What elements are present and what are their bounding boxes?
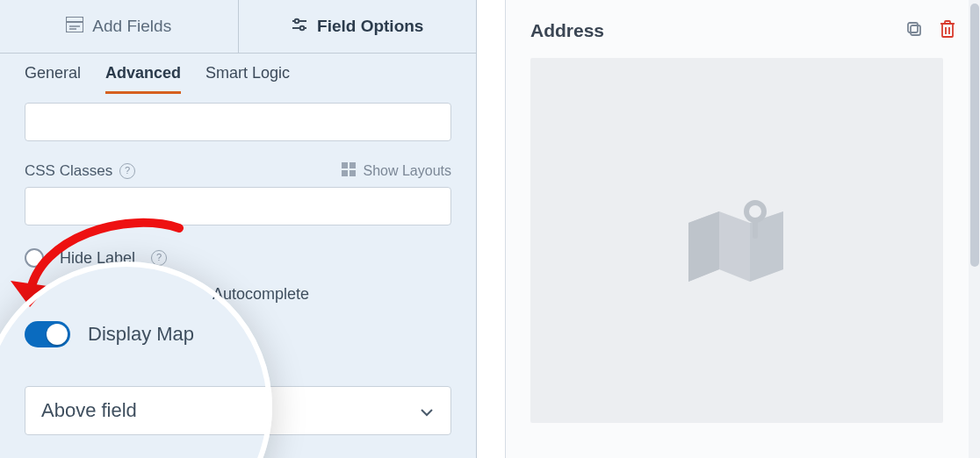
tab-add-fields-label: Add Fields — [92, 17, 171, 36]
hide-label-row: Hide Label ? — [25, 248, 451, 268]
svg-point-7 — [300, 25, 305, 30]
help-icon[interactable]: ? — [151, 250, 167, 266]
map-icon — [680, 183, 794, 297]
display-map-label: Display Map — [88, 323, 194, 346]
map-position-value: Above field — [41, 399, 137, 422]
sliders-icon — [291, 17, 308, 37]
sub-tab-general[interactable]: General — [25, 64, 81, 94]
show-layouts-label: Show Layouts — [363, 163, 451, 179]
svg-rect-11 — [349, 170, 356, 176]
sub-tab-smart-logic[interactable]: Smart Logic — [205, 64, 290, 94]
svg-rect-8 — [342, 162, 348, 168]
form-icon — [66, 17, 83, 37]
scrollbar-thumb[interactable] — [970, 4, 979, 267]
duplicate-icon[interactable] — [905, 20, 923, 41]
sub-tabs: General Advanced Smart Logic — [0, 54, 476, 94]
svg-rect-15 — [942, 24, 953, 37]
help-icon[interactable]: ? — [119, 163, 135, 179]
svg-rect-14 — [908, 23, 918, 32]
display-map-toggle[interactable] — [25, 321, 70, 347]
chevron-down-icon — [419, 403, 435, 419]
display-map-row: Display Map — [25, 321, 451, 347]
primary-tabs: Add Fields Field Options — [0, 0, 476, 54]
css-classes-label: CSS Classes — [25, 162, 112, 180]
advanced-panel: CSS Classes ? Show Layouts Hide Label ? … — [0, 94, 476, 435]
tab-add-fields[interactable]: Add Fields — [0, 0, 238, 53]
field-options-sidebar: Add Fields Field Options General Advance… — [0, 0, 477, 458]
svg-rect-13 — [911, 25, 920, 35]
hide-label-text: Hide Label — [60, 249, 135, 268]
show-layouts-button[interactable]: Show Layouts — [342, 162, 451, 180]
autocomplete-label-fragment: Autocomplete — [25, 285, 451, 304]
tab-field-options[interactable]: Field Options — [238, 0, 477, 53]
field-title: Address — [530, 20, 604, 41]
css-classes-input[interactable] — [25, 187, 451, 225]
delete-icon[interactable] — [939, 19, 956, 42]
svg-rect-0 — [66, 17, 83, 32]
prev-text-input[interactable] — [25, 103, 451, 141]
svg-rect-9 — [349, 162, 356, 168]
tab-field-options-label: Field Options — [317, 17, 423, 36]
form-preview: Address — [505, 0, 980, 458]
grid-icon — [342, 162, 356, 180]
sub-tab-advanced[interactable]: Advanced — [105, 64, 181, 94]
svg-point-5 — [295, 18, 299, 23]
map-placeholder — [530, 58, 943, 423]
panel-divider — [477, 0, 505, 458]
svg-rect-10 — [342, 170, 348, 176]
map-position-select[interactable]: Above field — [25, 386, 451, 435]
preview-scrollbar[interactable] — [969, 0, 980, 458]
hide-label-toggle[interactable] — [25, 248, 44, 268]
